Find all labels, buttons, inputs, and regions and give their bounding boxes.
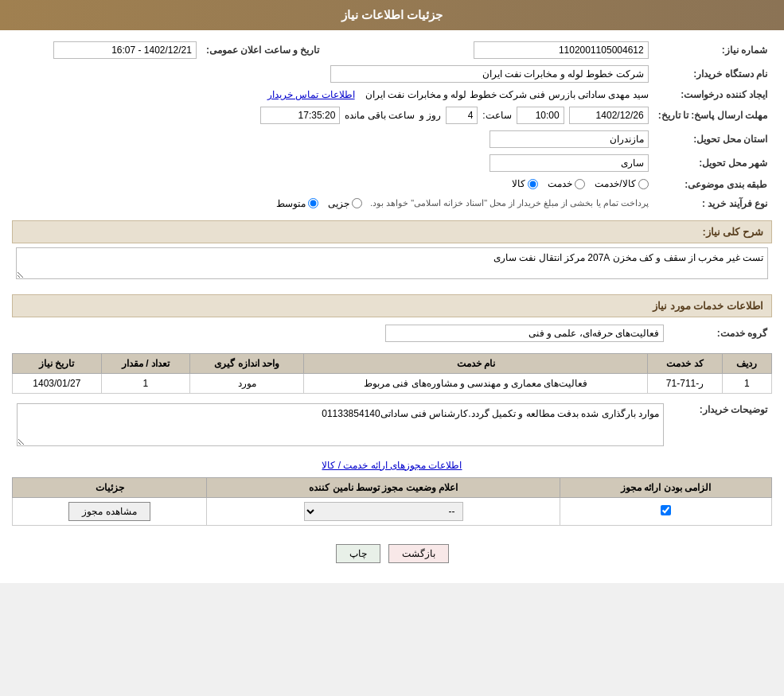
deadline-label: مهلت ارسال پاسخ: تا تاریخ: bbox=[653, 103, 772, 127]
process-note: پرداخت تمام یا بخشی از مبلغ خریدار از مح… bbox=[370, 198, 649, 208]
category-kala-option[interactable]: کالا/خدمت bbox=[595, 178, 648, 189]
datetime-label: تاریخ و ساعت اعلان عمومی: bbox=[201, 38, 335, 62]
province-input[interactable] bbox=[490, 130, 649, 148]
deadline-time-label: ساعت: bbox=[482, 110, 511, 121]
table-row: 1 ر-711-71 فعالیت‌های معماری و مهندسی و … bbox=[13, 373, 772, 393]
city-label: شهر محل تحویل: bbox=[653, 151, 772, 175]
process-options: پرداخت تمام یا بخشی از مبلغ خریدار از مح… bbox=[12, 195, 653, 212]
license-required-cell bbox=[560, 497, 772, 525]
license-action-cell: مشاهده مجوز bbox=[13, 497, 207, 525]
license-row: -- مشاهده مجوز bbox=[13, 497, 772, 525]
deadline-remaining-input[interactable] bbox=[260, 107, 340, 124]
license-col-status: اعلام وضعیت مجوز توسط نامین کننده bbox=[207, 477, 560, 497]
service-unit: مورد bbox=[190, 373, 304, 393]
category-label: طبقه بندی موضوعی: bbox=[653, 175, 772, 195]
category-options: کالا/خدمت خدمت کالا bbox=[12, 175, 653, 195]
license-section-header[interactable]: اطلاعات مجوزهای ارائه خدمت / کالا bbox=[322, 460, 462, 471]
contact-link[interactable]: اطلاعات تماس خریدار bbox=[267, 89, 355, 100]
col-unit: واحد اندازه گیری bbox=[190, 353, 304, 373]
creator-value: سید مهدی ساداتی بازرس فنی شرکت خطوط لوله… bbox=[201, 86, 653, 103]
creator-text: سید مهدی ساداتی بازرس فنی شرکت خطوط لوله… bbox=[365, 89, 649, 100]
need-number-value bbox=[335, 38, 653, 62]
back-button[interactable]: بازگشت bbox=[388, 544, 449, 563]
service-name: فعالیت‌های معماری و مهندسی و مشاوره‌های … bbox=[304, 373, 648, 393]
buyer-org-label: نام دستگاه خریدار: bbox=[653, 62, 772, 86]
license-section-link: اطلاعات مجوزهای ارائه خدمت / کالا bbox=[12, 460, 772, 471]
datetime-input[interactable] bbox=[53, 41, 197, 59]
creator-label: ایجاد کننده درخواست: bbox=[653, 86, 772, 103]
city-value bbox=[12, 151, 653, 175]
bottom-buttons: بازگشت چاپ bbox=[12, 532, 772, 575]
services-section-header: اطلاعات خدمات مورد نیاز bbox=[12, 294, 772, 317]
category-khedmat-option[interactable]: خدمت bbox=[548, 178, 585, 189]
services-header-text: اطلاعات خدمات مورد نیاز bbox=[653, 300, 763, 312]
process-label: نوع فرآیند خرید : bbox=[653, 195, 772, 212]
buyer-notes-textarea[interactable] bbox=[17, 403, 664, 446]
service-group-input[interactable] bbox=[385, 325, 664, 342]
category-kala-only-option[interactable]: کالا bbox=[512, 178, 538, 189]
description-area bbox=[12, 247, 772, 288]
license-status-select[interactable]: -- bbox=[304, 502, 463, 521]
datetime-value bbox=[12, 38, 201, 62]
license-status-cell: -- bbox=[207, 497, 560, 525]
city-input[interactable] bbox=[490, 154, 649, 172]
process-motavaset-option[interactable]: متوسط bbox=[276, 198, 318, 209]
buyer-org-value bbox=[12, 62, 653, 86]
license-required-checkbox[interactable] bbox=[661, 505, 671, 515]
license-col-details: جزئیات bbox=[13, 477, 207, 497]
need-number-input[interactable] bbox=[474, 41, 649, 59]
buyer-notes-area bbox=[12, 400, 669, 452]
col-row: ردیف bbox=[722, 353, 771, 373]
buyer-org-input[interactable] bbox=[330, 65, 649, 83]
buyer-notes-table: توضیحات خریدار: bbox=[12, 400, 772, 452]
service-code: ر-711-71 bbox=[648, 373, 722, 393]
province-label: استان محل تحویل: bbox=[653, 127, 772, 151]
col-count: تعداد / مقدار bbox=[101, 353, 190, 373]
service-date: 1403/01/27 bbox=[13, 373, 102, 393]
view-license-button[interactable]: مشاهده مجوز bbox=[68, 502, 150, 521]
services-data-table: ردیف کد خدمت نام خدمت واحد اندازه گیری ت… bbox=[12, 353, 772, 394]
deadline-date-input[interactable] bbox=[569, 107, 649, 124]
content-area: شماره نیاز: تاریخ و ساعت اعلان عمومی: نا… bbox=[0, 30, 784, 583]
process-jozii-option[interactable]: جزیی bbox=[328, 198, 362, 209]
description-section-header: شرح کلی نیاز: bbox=[12, 220, 772, 243]
deadline-time-input[interactable] bbox=[517, 107, 564, 124]
page-wrapper: جزئیات اطلاعات نیاز شماره نیاز: تاریخ و … bbox=[0, 0, 784, 583]
page-header: جزئیات اطلاعات نیاز bbox=[0, 0, 784, 30]
province-value bbox=[12, 127, 653, 151]
service-group-value bbox=[12, 321, 669, 345]
deadline-days-input[interactable] bbox=[446, 107, 478, 124]
license-col-required: الزامی بودن ارائه مجوز bbox=[560, 477, 772, 497]
license-table: الزامی بودن ارائه مجوز اعلام وضعیت مجوز … bbox=[12, 477, 772, 526]
service-group-label: گروه خدمت: bbox=[669, 321, 772, 345]
service-count: 1 bbox=[101, 373, 190, 393]
page-title: جزئیات اطلاعات نیاز bbox=[341, 8, 443, 21]
row-number: 1 bbox=[722, 373, 771, 393]
buyer-notes-label: توضیحات خریدار: bbox=[669, 400, 772, 452]
service-group-table: گروه خدمت: bbox=[12, 321, 772, 345]
deadline-row: ساعت باقی مانده روز و ساعت: bbox=[12, 103, 653, 127]
col-code: کد خدمت bbox=[648, 353, 722, 373]
col-date: تاریخ نیاز bbox=[13, 353, 102, 373]
main-info-table: شماره نیاز: تاریخ و ساعت اعلان عمومی: نا… bbox=[12, 38, 772, 212]
print-button[interactable]: چاپ bbox=[336, 544, 380, 563]
description-textarea[interactable] bbox=[16, 247, 768, 279]
need-number-label: شماره نیاز: bbox=[653, 38, 772, 62]
col-name: نام خدمت bbox=[304, 353, 648, 373]
deadline-days-label: روز و bbox=[419, 110, 441, 121]
deadline-remaining-label: ساعت باقی مانده bbox=[345, 110, 415, 121]
description-label: شرح کلی نیاز: bbox=[702, 226, 763, 238]
